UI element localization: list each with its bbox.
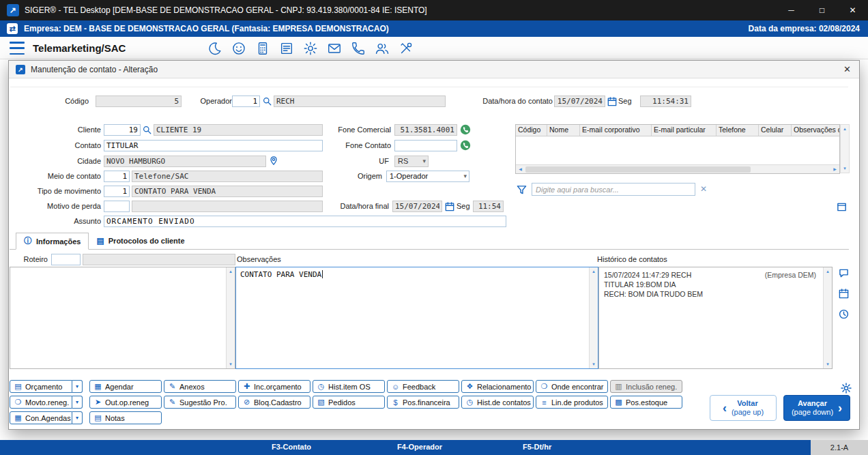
tools-icon[interactable] — [398, 40, 414, 57]
scroll-up-icon[interactable]: ▲ — [824, 267, 832, 276]
grid-col-codigo[interactable]: Código — [516, 125, 547, 136]
smiley-icon[interactable] — [231, 40, 247, 57]
mail-icon[interactable] — [326, 40, 343, 57]
origem-select[interactable]: 1-Operador▾ — [386, 171, 469, 182]
company-switch-icon[interactable]: ⇄ — [7, 23, 18, 34]
tab-protocolos[interactable]: ▤ Protocolos do cliente — [89, 232, 192, 249]
historico-panel: 15/07/2024 11:47:29 RECH (Empresa DEM) T… — [598, 267, 833, 369]
minimize-button[interactable]: ─ — [776, 0, 807, 20]
pos-estoque-button[interactable]: ▩Pos.estoque — [610, 396, 682, 409]
dialog-close-icon[interactable]: ✕ — [843, 64, 851, 74]
orcamento-dropdown-button[interactable]: ▾ — [72, 380, 83, 393]
notas-button[interactable]: ▤Notas — [89, 411, 162, 424]
scroll-up-icon[interactable]: ▲ — [590, 267, 598, 276]
side-chat-icon[interactable] — [839, 268, 849, 278]
avancar-button[interactable]: Avançar(page down) › — [783, 395, 850, 421]
cliente-search-icon[interactable] — [143, 126, 151, 134]
form-list-icon[interactable] — [278, 40, 295, 57]
scroll-down-icon[interactable]: ▼ — [841, 164, 849, 173]
movto-reneg-button[interactable]: ❍Movto.reneg. — [10, 396, 72, 409]
roteiro-code-input[interactable] — [51, 254, 81, 265]
assunto-input[interactable] — [104, 216, 506, 227]
operador-search-icon[interactable] — [263, 97, 272, 106]
operador-label: Operador — [188, 96, 232, 107]
pos-financeira-button[interactable]: $Pos.financeira — [387, 396, 459, 409]
bloq-cadastro-button[interactable]: ⊘Bloq.Cadastro — [238, 396, 310, 409]
movto-reneg-dropdown-button[interactable]: ▾ — [72, 396, 83, 409]
hscroll-thumb[interactable] — [525, 166, 751, 173]
calculator-icon[interactable] — [255, 40, 271, 57]
inc-orcamento-button[interactable]: ✚Inc.orçamento — [238, 380, 310, 393]
contacts-grid-body[interactable] — [516, 136, 839, 164]
grid-hscrollbar[interactable]: ◀ ▶ — [516, 164, 839, 173]
fone-comercial-label: Fone Comercial — [330, 124, 391, 136]
grid-col-nome[interactable]: Nome — [547, 125, 580, 136]
menu-hamburger-icon[interactable] — [10, 42, 25, 55]
hist-de-contatos-button[interactable]: ◷Hist.de contatos — [461, 396, 534, 409]
clear-search-icon[interactable]: ✕ — [700, 185, 707, 193]
grid-search-input[interactable] — [532, 183, 695, 196]
observacoes-scrollbar[interactable]: ▲ ▼ — [589, 267, 598, 368]
filter-funnel-icon[interactable] — [517, 185, 527, 195]
statusbar-f3-contato[interactable]: F3-Contato — [272, 443, 311, 451]
side-clock-icon[interactable] — [839, 309, 849, 319]
tipo-movimento-code-input[interactable] — [104, 186, 130, 197]
observacoes-panel[interactable]: CONTATO PARA VENDA ▲ ▼ — [235, 267, 598, 369]
relacionamento-button[interactable]: ❖Relacionamento — [461, 380, 534, 393]
feedback-button[interactable]: ☺Feedback — [387, 380, 459, 393]
statusbar-f5-dthr[interactable]: F5-Dt/hr — [523, 443, 551, 451]
voltar-button[interactable]: ‹ Voltar(page up) — [710, 395, 777, 421]
motivo-perda-code-input[interactable] — [104, 201, 130, 212]
hist-item-os-button[interactable]: ◷Hist.item OS — [313, 380, 385, 393]
grid-col-telefone[interactable]: Telefone — [717, 125, 759, 136]
phone-icon[interactable] — [350, 40, 366, 57]
calendar-icon[interactable] — [607, 97, 617, 106]
uf-select[interactable]: RS▾ — [394, 156, 429, 167]
grid-vscrollbar[interactable]: ▲ ▼ — [840, 124, 850, 173]
con-agendas-button[interactable]: ▦Con.Agendas — [10, 411, 72, 424]
scroll-left-icon[interactable]: ◀ — [516, 165, 525, 174]
fone-contato-input[interactable] — [394, 140, 457, 151]
pedidos-button[interactable]: ▧Pedidos — [313, 396, 385, 409]
con-agendas-dropdown-button[interactable]: ▾ — [72, 411, 83, 424]
orcamento-button[interactable]: ▤Orçamento — [10, 380, 72, 393]
calendar-final-icon[interactable] — [445, 202, 454, 211]
scroll-up-icon[interactable]: ▲ — [841, 125, 849, 133]
contacts-people-icon[interactable] — [374, 40, 390, 57]
grid-col-observacoes[interactable]: Observações do co — [792, 125, 839, 136]
scroll-down-icon[interactable]: ▼ — [590, 360, 598, 368]
dialog-titlebar: ↗ Manutenção de contato - Alteração ✕ — [9, 61, 859, 78]
map-pin-icon[interactable] — [269, 156, 278, 166]
anexos-button[interactable]: ✎Anexos — [164, 380, 236, 393]
agendar-button[interactable]: ▦Agendar — [89, 380, 162, 393]
whatsapp-contato-icon[interactable] — [460, 140, 471, 151]
tab-informacoes[interactable]: ⓘ Informações — [16, 233, 89, 250]
footer-settings-gear-icon[interactable] — [841, 383, 852, 394]
roteiro-panel-scrollbar[interactable]: ▲ ▼ — [226, 267, 235, 368]
grid-col-email-corporativo[interactable]: E-mail corporativo — [580, 125, 652, 136]
close-window-button[interactable]: ✕ — [837, 0, 868, 20]
expand-grid-icon[interactable] — [837, 202, 847, 212]
lin-de-produtos-button[interactable]: ≡Lin.de produtos — [536, 396, 608, 409]
historico-scrollbar[interactable]: ▲ ▼ — [823, 267, 832, 368]
maximize-button[interactable]: □ — [807, 0, 837, 20]
observacoes-text[interactable]: CONTATO PARA VENDA — [240, 270, 321, 279]
meio-contato-code-input[interactable] — [104, 171, 130, 182]
moon-icon[interactable] — [207, 40, 223, 57]
side-calendar-icon[interactable] — [839, 289, 849, 299]
contato-input[interactable] — [104, 140, 323, 151]
settings-icon[interactable] — [302, 40, 319, 57]
scroll-down-icon[interactable]: ▼ — [824, 360, 832, 368]
scroll-up-icon[interactable]: ▲ — [227, 267, 235, 276]
operador-code-input[interactable] — [232, 96, 260, 107]
sugestao-pro-button[interactable]: ✎Sugestão Pro. — [164, 396, 236, 409]
cliente-code-input[interactable] — [104, 124, 141, 136]
scroll-down-icon[interactable]: ▼ — [227, 360, 235, 368]
whatsapp-comercial-icon[interactable] — [460, 124, 471, 135]
statusbar-f4-operador[interactable]: F4-Operador — [397, 443, 442, 451]
onde-encontrar-button[interactable]: ❍Onde encontrar — [536, 380, 608, 393]
grid-col-email-particular[interactable]: E-mail particular — [652, 125, 717, 136]
scroll-right-icon[interactable]: ▶ — [830, 165, 839, 174]
grid-col-celular[interactable]: Celular — [759, 125, 792, 136]
out-op-reneg-button[interactable]: ➤Out.op.reneg — [89, 396, 162, 409]
